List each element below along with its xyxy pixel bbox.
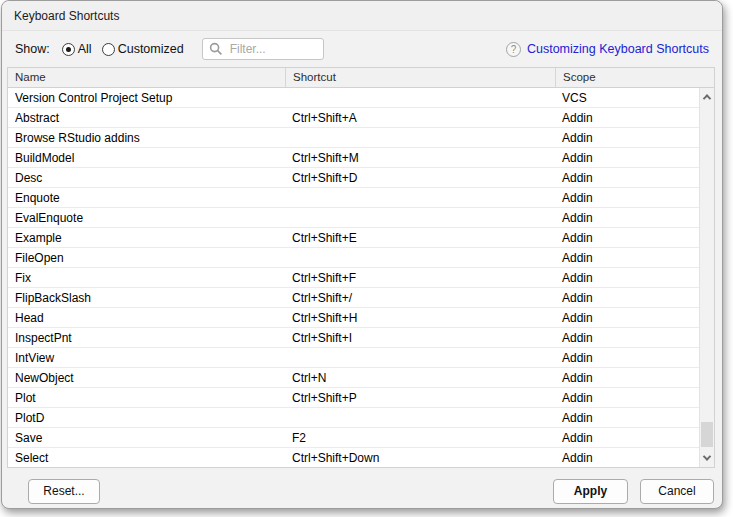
cell-shortcut: Ctrl+Shift+Down (285, 448, 555, 467)
vertical-scrollbar[interactable] (699, 88, 714, 467)
dialog-title: Keyboard Shortcuts (14, 9, 119, 23)
cell-scope: Addin (555, 288, 714, 307)
cell-shortcut: Ctrl+Shift+I (285, 328, 555, 347)
cell-name: Browse RStudio addins (8, 128, 285, 147)
table-row[interactable]: BuildModelCtrl+Shift+MAddin (8, 148, 714, 168)
cell-name: EvalEnquote (8, 208, 285, 227)
help-icon[interactable]: ? (506, 42, 521, 57)
chevron-down-icon (703, 452, 711, 460)
cell-shortcut (285, 188, 555, 207)
keyboard-shortcuts-dialog: Keyboard Shortcuts Show: All Customized (1, 0, 723, 509)
table-row[interactable]: HeadCtrl+Shift+HAddin (8, 308, 714, 328)
cell-scope: Addin (555, 148, 714, 167)
scroll-up-button[interactable] (700, 90, 714, 104)
radio-customized[interactable]: Customized (102, 42, 184, 56)
radio-all-label: All (78, 42, 92, 56)
cell-scope: Addin (555, 188, 714, 207)
scroll-down-button[interactable] (700, 451, 714, 465)
cell-scope: Addin (555, 128, 714, 147)
table-row[interactable]: EvalEnquoteAddin (8, 208, 714, 228)
cell-name: BuildModel (8, 148, 285, 167)
cell-scope: Addin (555, 348, 714, 367)
scrollbar-thumb[interactable] (701, 422, 713, 447)
table-row[interactable]: NewObjectCtrl+NAddin (8, 368, 714, 388)
column-header-shortcut[interactable]: Shortcut (285, 68, 555, 87)
help-area: ? Customizing Keyboard Shortcuts (506, 42, 709, 57)
column-header-scope[interactable]: Scope (555, 68, 714, 87)
table-row[interactable]: SaveF2Addin (8, 428, 714, 448)
cell-name: Desc (8, 168, 285, 187)
radio-customized-circle[interactable] (102, 43, 115, 56)
cell-scope: Addin (555, 268, 714, 287)
table-row[interactable]: PlotDAddin (8, 408, 714, 428)
filter-field-wrap (202, 38, 324, 60)
dialog-titlebar[interactable]: Keyboard Shortcuts (2, 1, 722, 31)
shortcuts-table: Name Shortcut Scope Version Control Proj… (7, 67, 715, 468)
cell-scope: Addin (555, 208, 714, 227)
table-row[interactable]: FixCtrl+Shift+FAddin (8, 268, 714, 288)
cell-shortcut: Ctrl+Shift+P (285, 388, 555, 407)
cell-scope: Addin (555, 368, 714, 387)
cell-name: NewObject (8, 368, 285, 387)
table-row[interactable]: FlipBackSlashCtrl+Shift+/Addin (8, 288, 714, 308)
table-row[interactable]: SelectCtrl+Shift+DownAddin (8, 448, 714, 467)
cell-shortcut: Ctrl+Shift+D (285, 168, 555, 187)
cell-name: Example (8, 228, 285, 247)
table-row[interactable]: Version Control Project SetupVCS (8, 88, 714, 108)
filter-toolbar: Show: All Customized ? (2, 31, 722, 67)
cell-shortcut (285, 348, 555, 367)
search-icon (209, 42, 223, 56)
cell-scope: Addin (555, 448, 714, 467)
cell-name: Version Control Project Setup (8, 88, 285, 107)
table-row[interactable]: EnquoteAddin (8, 188, 714, 208)
table-row[interactable]: AbstractCtrl+Shift+AAddin (8, 108, 714, 128)
table-row[interactable]: ExampleCtrl+Shift+EAddin (8, 228, 714, 248)
table-row[interactable]: InspectPntCtrl+Shift+IAddin (8, 328, 714, 348)
cell-scope: Addin (555, 168, 714, 187)
cell-name: FileOpen (8, 248, 285, 267)
show-radio-group: All Customized (62, 42, 184, 56)
radio-customized-label: Customized (118, 42, 184, 56)
cell-shortcut: Ctrl+Shift+E (285, 228, 555, 247)
table-row[interactable]: Browse RStudio addinsAddin (8, 128, 714, 148)
chevron-up-icon (703, 94, 711, 102)
cell-shortcut (285, 128, 555, 147)
cell-name: Abstract (8, 108, 285, 127)
show-label: Show: (15, 42, 50, 56)
cell-name: Select (8, 448, 285, 467)
column-header-name[interactable]: Name (8, 68, 285, 87)
radio-all[interactable]: All (62, 42, 92, 56)
cell-scope: VCS (555, 88, 714, 107)
cell-shortcut: Ctrl+N (285, 368, 555, 387)
radio-all-circle[interactable] (62, 43, 75, 56)
cell-shortcut (285, 88, 555, 107)
cell-name: Fix (8, 268, 285, 287)
cell-shortcut: Ctrl+Shift+/ (285, 288, 555, 307)
apply-button[interactable]: Apply (553, 479, 628, 504)
cell-shortcut: Ctrl+Shift+M (285, 148, 555, 167)
table-header: Name Shortcut Scope (8, 68, 714, 88)
cell-scope: Addin (555, 428, 714, 447)
cell-name: Plot (8, 388, 285, 407)
cell-shortcut: F2 (285, 428, 555, 447)
cell-shortcut (285, 408, 555, 427)
customizing-shortcuts-link[interactable]: Customizing Keyboard Shortcuts (527, 42, 709, 56)
cancel-button[interactable]: Cancel (640, 479, 714, 504)
cell-scope: Addin (555, 328, 714, 347)
reset-button[interactable]: Reset... (28, 479, 100, 504)
cell-scope: Addin (555, 388, 714, 407)
cell-name: InspectPnt (8, 328, 285, 347)
cell-name: IntView (8, 348, 285, 367)
cell-scope: Addin (555, 108, 714, 127)
cell-shortcut (285, 248, 555, 267)
screen: Keyboard Shortcuts Show: All Customized (0, 0, 733, 517)
cell-shortcut: Ctrl+Shift+F (285, 268, 555, 287)
table-row[interactable]: PlotCtrl+Shift+PAddin (8, 388, 714, 408)
cell-scope: Addin (555, 308, 714, 327)
cell-shortcut: Ctrl+Shift+A (285, 108, 555, 127)
table-row[interactable]: IntViewAddin (8, 348, 714, 368)
table-body: Version Control Project SetupVCSAbstract… (8, 88, 714, 467)
table-row[interactable]: FileOpenAddin (8, 248, 714, 268)
cell-shortcut: Ctrl+Shift+H (285, 308, 555, 327)
table-row[interactable]: DescCtrl+Shift+DAddin (8, 168, 714, 188)
